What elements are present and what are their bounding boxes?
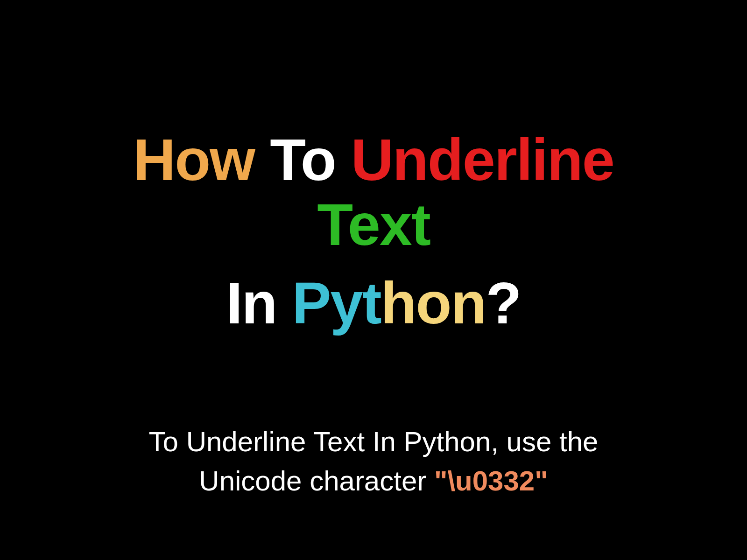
python-part2: hon <box>381 270 486 336</box>
unicode-code: "\u0332" <box>434 465 548 497</box>
title-line-2: In Python? <box>96 271 651 336</box>
title-word-python: Python <box>292 270 486 336</box>
subtitle-line-2-text: Unicode character <box>199 465 434 497</box>
slide-title: How To Underline Text In Python? <box>96 128 651 350</box>
slide-card: How To Underline Text In Python? To Unde… <box>77 58 670 502</box>
title-question-mark: ? <box>486 270 521 336</box>
title-word-underline: Underline <box>351 127 614 193</box>
title-word-in: In <box>226 270 277 336</box>
python-part1: Pyt <box>292 270 381 336</box>
title-line-1: How To Underline Text <box>96 128 651 257</box>
title-word-text: Text <box>317 192 430 258</box>
title-word-how: How <box>133 127 254 193</box>
slide-subtitle: To Underline Text In Python, use the Uni… <box>149 422 599 501</box>
subtitle-line-1: To Underline Text In Python, use the <box>149 426 599 457</box>
title-word-to: To <box>270 127 336 193</box>
